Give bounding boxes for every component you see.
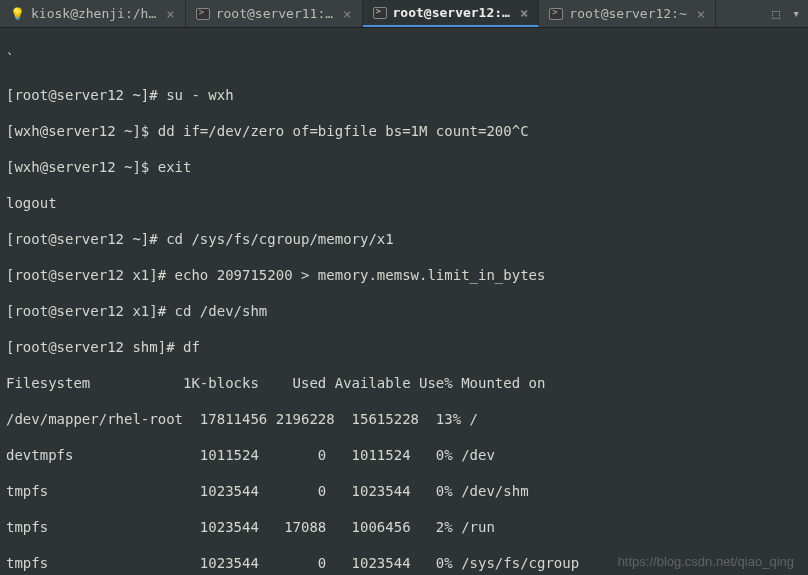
terminal-icon xyxy=(549,8,563,20)
bulb-icon: 💡 xyxy=(10,7,25,21)
tab-label: kiosk@zhenji:/h… xyxy=(31,6,156,21)
tab-bar: 💡 kiosk@zhenji:/h… × root@server11:… × r… xyxy=(0,0,808,28)
df-row: devtmpfs 1011524 0 1011524 0% /dev xyxy=(6,446,802,464)
close-icon[interactable]: × xyxy=(697,6,705,22)
output-line: [wxh@server12 ~]$ exit xyxy=(6,158,802,176)
output-line: logout xyxy=(6,194,802,212)
terminal-output[interactable]: ` [root@server12 ~]# su - wxh [wxh@serve… xyxy=(0,28,808,575)
output-line: [root@server12 shm]# df xyxy=(6,338,802,356)
df-row: tmpfs 1023544 17088 1006456 2% /run xyxy=(6,518,802,536)
terminal-icon xyxy=(373,7,387,19)
df-row: tmpfs 1023544 0 1023544 0% /dev/shm xyxy=(6,482,802,500)
close-icon[interactable]: × xyxy=(343,6,351,22)
tab-label: root@server12:~ xyxy=(569,6,686,21)
output-line: [root@server12 x1]# echo 209715200 > mem… xyxy=(6,266,802,284)
output-line: [wxh@server12 ~]$ dd if=/dev/zero of=big… xyxy=(6,122,802,140)
watermark: https://blog.csdn.net/qiao_qing xyxy=(618,554,794,569)
tab-server12-active[interactable]: root@server12:… × xyxy=(363,0,540,27)
output-line: [root@server12 ~]# su - wxh xyxy=(6,86,802,104)
close-icon[interactable]: × xyxy=(520,5,528,21)
terminal-icon xyxy=(196,8,210,20)
tab-server11[interactable]: root@server11:… × xyxy=(186,0,363,27)
menu-chevron-icon[interactable]: ▾ xyxy=(792,6,800,21)
tabbar-controls: ⬚ ▾ xyxy=(772,6,808,21)
tab-server12b[interactable]: root@server12:~ × xyxy=(539,0,716,27)
output-line: ` xyxy=(6,50,802,68)
tab-label: root@server12:… xyxy=(393,5,510,20)
output-line: [root@server12 x1]# cd /dev/shm xyxy=(6,302,802,320)
split-pane-icon[interactable]: ⬚ xyxy=(772,6,780,21)
tab-label: root@server11:… xyxy=(216,6,333,21)
output-line: [root@server12 ~]# cd /sys/fs/cgroup/mem… xyxy=(6,230,802,248)
close-icon[interactable]: × xyxy=(166,6,174,22)
df-row: /dev/mapper/rhel-root 17811456 2196228 1… xyxy=(6,410,802,428)
df-header: Filesystem 1K-blocks Used Available Use%… xyxy=(6,374,802,392)
tab-kiosk[interactable]: 💡 kiosk@zhenji:/h… × xyxy=(0,0,186,27)
